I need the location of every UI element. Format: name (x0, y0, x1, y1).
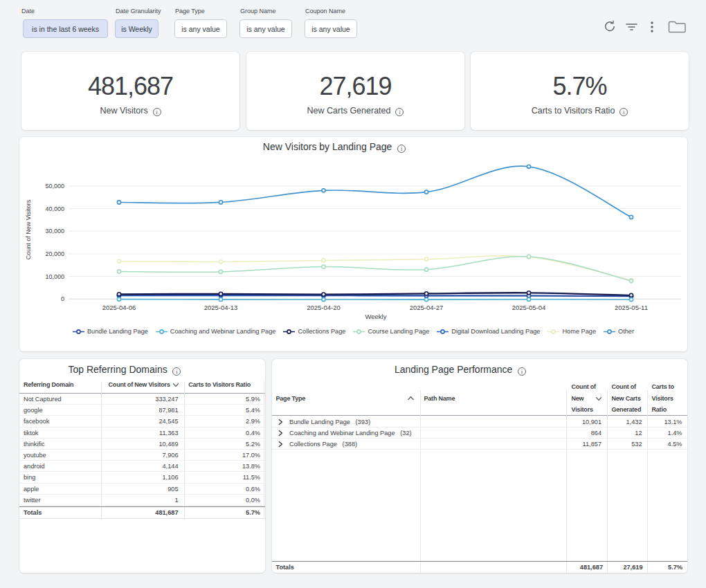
svg-text:2025-04-27: 2025-04-27 (410, 304, 444, 311)
svg-text:40,000: 40,000 (45, 205, 64, 212)
svg-text:2025-05-04: 2025-05-04 (512, 304, 546, 311)
svg-text:2025-04-06: 2025-04-06 (102, 304, 136, 311)
svg-text:10,000: 10,000 (45, 273, 64, 280)
svg-text:Weekly: Weekly (365, 313, 387, 320)
svg-text:20,000: 20,000 (45, 250, 64, 257)
svg-text:50,000: 50,000 (45, 183, 64, 190)
svg-text:Count of New Visitors: Count of New Visitors (25, 199, 32, 259)
svg-text:30,000: 30,000 (45, 228, 64, 235)
svg-text:2025-04-13: 2025-04-13 (204, 304, 238, 311)
svg-text:0: 0 (61, 295, 64, 302)
svg-text:2025-04-20: 2025-04-20 (307, 304, 341, 311)
svg-text:2025-05-11: 2025-05-11 (615, 304, 648, 311)
